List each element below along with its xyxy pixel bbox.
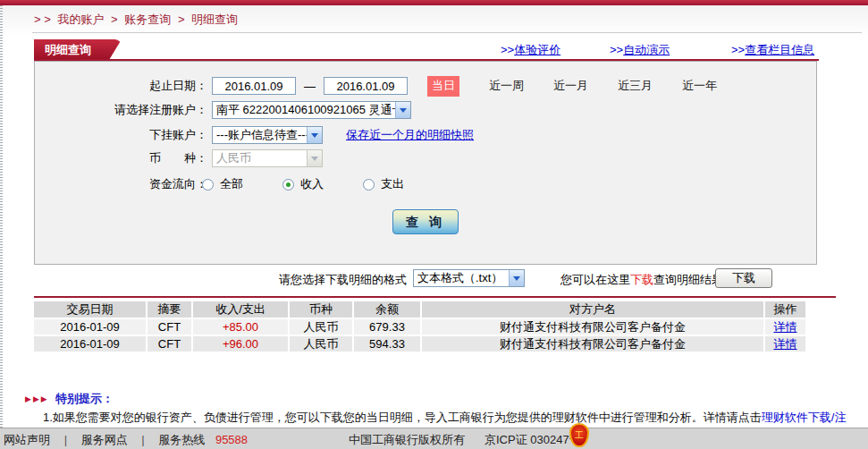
detail-query-page: > > 我的账户 > 账务查询 > 明细查询 明细查询 >>体验评价 >>自动演… [0,0,868,449]
header-balance: 余额 [354,301,420,318]
special-notice-line: 1.如果您需要对您的银行资产、负债进行管理，您可以下载您的当日明细，导入工商银行… [43,410,868,426]
breadcrumb-item-my-account[interactable]: 我的账户 [57,13,104,26]
save-monthly-snapshot-link[interactable]: 保存近一个月的明细快照 [346,127,474,143]
header-summary: 摘要 [147,301,191,318]
header-action: 操作 [765,301,805,318]
register-account-row: 请选择注册账户： 南平 6222001406100921065 灵通卡 [35,100,816,120]
cell-balance: 679.33 [354,319,420,335]
table-top-divider [34,296,836,298]
sub-account-value: ---账户信息待查--- [213,127,307,143]
table-row: 2016-01-09 CFT +96.00 人民币 594.33 财付通支付科技… [34,336,805,352]
download-format-value: 文本格式（.txt） [414,270,509,286]
download-button[interactable]: 下载 [715,268,772,288]
download-inline-link[interactable]: 下载 [630,273,653,286]
preset-last-month[interactable]: 近一月 [553,78,588,94]
radio-icon[interactable] [363,179,375,191]
radio-option-income[interactable]: 收入 [282,176,324,192]
link-experience-rating[interactable]: >>体验评价 [501,42,560,58]
sub-account-row: 下挂账户： ---账户信息待查--- 保存近一个月的明细快照 [35,125,816,145]
radio-label-all: 全部 [220,176,243,192]
chevron-down-icon [509,270,524,286]
chevron-down-icon [395,102,410,118]
date-to-input[interactable] [324,77,408,95]
preset-today-button[interactable]: 当日 [427,76,459,97]
header-date: 交易日期 [34,301,146,318]
link-view-column-info[interactable]: >>查看栏目信息 [731,42,814,58]
date-range-dash: — [304,80,316,93]
radio-option-all[interactable]: 全部 [202,176,243,192]
register-account-select[interactable]: 南平 6222001406100921065 灵通卡 [212,101,411,119]
preset-last-quarter[interactable]: 近三月 [618,78,653,94]
header-counterparty: 对方户名 [422,301,763,318]
download-format-select[interactable]: 文本格式（.txt） [413,269,525,287]
breadcrumb-divider [32,32,862,33]
icbc-shield-badge-icon[interactable]: 工 [569,423,589,447]
cell-date: 2016-01-09 [34,319,146,335]
cell-currency: 人民币 [290,336,352,352]
footer-hotline-number: 95588 [215,433,248,446]
download-format-label: 请您选择下载明细的格式 [279,272,407,288]
radio-icon[interactable] [202,179,214,191]
triple-arrow-icon: ▶▶▶ [25,394,49,403]
special-notice-title: 特别提示： [55,391,114,407]
cell-summary: CFT [147,336,191,352]
breadcrumb-item-account-query[interactable]: 账务查询 [124,13,171,26]
currency-select-disabled: 人民币 [212,149,323,167]
date-range-row: 起止日期： — 当日 近一周 近一月 近三月 近一年 [35,76,816,96]
cell-balance: 594.33 [354,336,420,352]
footer-links: 网站声明 | 服务网点 | 服务热线 95588 [4,432,248,448]
cell-currency: 人民币 [290,319,352,335]
currency-row: 币 种： 人民币 [35,148,816,168]
cell-summary: CFT [147,319,191,335]
breadcrumb-separator: > [178,13,185,26]
register-account-label: 请选择注册账户： [35,102,207,118]
cell-amount: +96.00 [193,336,288,352]
currency-label: 币 种： [35,150,207,166]
date-range-label: 起止日期： [35,78,207,94]
left-dotted-edge [0,5,3,428]
register-account-value: 南平 6222001406100921065 灵通卡 [213,102,395,118]
table-row: 2016-01-09 CFT +85.00 人民币 679.33 财付通支付科技… [34,319,805,335]
radio-option-expense[interactable]: 支出 [363,176,404,192]
preset-last-week[interactable]: 近一周 [489,78,524,94]
cell-amount: +85.00 [193,319,288,335]
radio-label-expense: 支出 [381,176,404,192]
table-header-row: 交易日期 摘要 收入/支出 币种 余额 对方户名 操作 [34,301,805,318]
footer-copyright: 中国工商银行版权所有京ICP证 030247号 [349,432,581,448]
icp-license: 京ICP证 030247号 [485,433,581,446]
detail-link[interactable]: 详情 [774,336,797,352]
radio-label-income: 收入 [300,176,324,192]
fund-flow-row: 资金流向： 全部 收入 支出 [35,174,816,194]
footer-hotline-label: 服务热线 [158,433,205,446]
date-from-input[interactable] [212,77,296,95]
sub-account-select[interactable]: ---账户信息待查--- [212,126,323,144]
header-currency: 币种 [290,301,352,318]
detail-link[interactable]: 详情 [774,319,797,335]
download-row: 请您选择下载明细的格式 文本格式（.txt） 您可以在这里下载查询明细结果 下载 [0,268,868,290]
header-amount: 收入/支出 [193,301,288,318]
footer-link-site-statement[interactable]: 网站声明 [4,433,50,446]
breadcrumb: > > 我的账户 > 账务查询 > 明细查询 [34,12,241,28]
fund-flow-radio-group: 全部 收入 支出 [202,176,431,192]
download-result-text: 您可以在这里下载查询明细结果 [560,272,723,288]
fund-flow-label: 资金流向： [35,176,207,192]
currency-value: 人民币 [213,150,307,166]
footer-link-service-outlets[interactable]: 服务网点 [81,433,128,446]
chevron-down-icon [307,150,322,166]
radio-checked-icon[interactable] [282,179,294,191]
footer-separator: | [141,433,144,446]
query-button[interactable]: 查 询 [392,209,459,234]
copyright-owner: 中国工商银行版权所有 [349,433,465,446]
cell-date: 2016-01-09 [34,336,146,352]
transaction-table: 交易日期 摘要 收入/支出 币种 余额 对方户名 操作 2016-01-09 C… [34,301,805,352]
link-auto-demo[interactable]: >>自动演示 [610,42,670,58]
preset-last-year[interactable]: 近一年 [682,78,717,94]
breadcrumb-separator: > [111,13,118,26]
cell-counterparty: 财付通支付科技有限公司客户备付金 [422,336,763,352]
breadcrumb-item-detail-query[interactable]: 明细查询 [191,13,238,26]
query-form-panel: 起止日期： — 当日 近一周 近一月 近三月 近一年 请选择注册账户： 南平 6… [34,61,817,265]
finance-software-download-link[interactable]: 理财软件下载/注 [762,411,847,424]
chevron-down-icon [307,127,322,143]
footer-separator: | [64,433,67,446]
cell-counterparty: 财付通支付科技有限公司客户备付金 [422,319,763,335]
